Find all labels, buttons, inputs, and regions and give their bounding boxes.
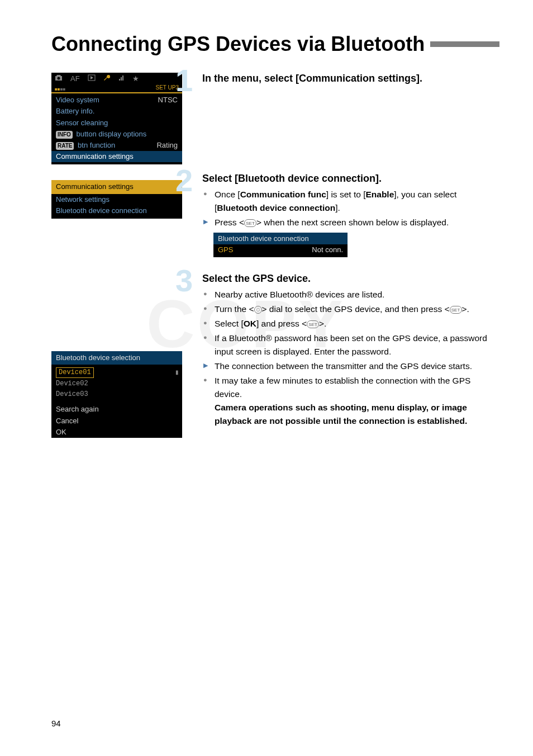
set-icon: SET <box>307 320 319 328</box>
menu-label: Communication settings <box>56 152 134 162</box>
menu-value: NTSC <box>158 95 178 105</box>
camera-screen-setup: AF ★ SET UP3 ■■■■ V <box>51 73 182 164</box>
menu-label: INFO button display options <box>56 129 146 139</box>
scroll-indicator: ▮ <box>175 368 179 376</box>
device-label: Device01 <box>56 367 94 378</box>
menu-row-video-system: Video system NTSC <box>51 94 182 106</box>
page-title: Connecting GPS Devices via Bluetooth <box>51 32 425 56</box>
footer-item-ok: OK <box>51 427 182 438</box>
bullet-item: Select [OK] and press <SET>. <box>202 317 499 330</box>
bullet-item: It may take a few minutes to establish t… <box>202 374 499 428</box>
menu-value: Rating <box>156 140 178 150</box>
menu-label: Sensor cleaning <box>56 118 108 128</box>
menu-row-battery: Battery info. <box>51 106 182 117</box>
menu-row-info-button: INFO button display options <box>51 129 182 140</box>
title-divider <box>430 41 499 47</box>
svg-rect-4 <box>122 75 123 81</box>
star-icon: ★ <box>132 74 139 84</box>
step-heading: In the menu, select [Communication setti… <box>202 73 499 84</box>
svg-point-0 <box>58 77 60 79</box>
step-1: 1 In the menu, select [Communication set… <box>202 73 499 84</box>
bullet-item: Turn the <> dial to select the GPS devic… <box>202 303 499 316</box>
camera-screen-comm: Communication settings Network settings … <box>51 180 182 219</box>
camera-icon <box>55 74 63 84</box>
bullet-item-arrow: The connection between the transmitter a… <box>202 360 499 373</box>
dial-icon <box>254 306 262 314</box>
page-number: 94 <box>51 719 61 728</box>
device-row: Device02 <box>51 379 182 389</box>
menu-row-communication-settings: Communication settings <box>51 151 182 162</box>
device-row: Device03 <box>51 389 182 400</box>
step-heading: Select [Bluetooth device connection]. <box>202 173 499 185</box>
camera-tabs: AF ★ SET UP3 <box>51 73 182 85</box>
list-item-network-settings: Network settings <box>51 194 182 205</box>
menu-label: Video system <box>56 95 99 105</box>
footer-item-cancel: Cancel <box>51 415 182 427</box>
screen-header: Bluetooth device connection <box>213 233 348 244</box>
info-badge: INFO <box>56 131 73 139</box>
rate-badge: RATE <box>56 142 74 150</box>
camera-screen-bt-select: Bluetooth device selection Device01 ▮ De… <box>51 351 182 438</box>
menu-row-sensor-cleaning: Sensor cleaning <box>51 117 182 129</box>
footer-item-search-again: Search again <box>51 404 182 415</box>
custom-icon <box>118 74 125 84</box>
status-value: Not conn. <box>312 245 343 254</box>
status-label: GPS <box>218 245 233 254</box>
menu-label: Battery info. <box>56 106 94 116</box>
set-icon: SET <box>450 306 462 314</box>
step-heading: Select the GPS device. <box>202 273 499 285</box>
device-row-selected: Device01 ▮ <box>51 367 182 379</box>
af-tab-label: AF <box>70 74 80 84</box>
list-item-bt-connection: Bluetooth device connection <box>51 205 182 216</box>
menu-row-rate-button: RATE btn function Rating <box>51 140 182 151</box>
camera-screen-bt-conn: Bluetooth device connection GPS Not conn… <box>213 233 348 257</box>
svg-rect-2 <box>119 79 120 81</box>
status-row: GPS Not conn. <box>213 244 348 257</box>
step-number: 3 <box>175 265 193 296</box>
svg-rect-3 <box>121 77 122 81</box>
step-number: 2 <box>175 165 193 196</box>
wrench-icon <box>103 74 110 84</box>
step-3: 3 Select the GPS device. Nearby active B… <box>202 273 499 428</box>
play-icon <box>88 74 96 84</box>
bullet-item: If a Bluetooth® password has been set on… <box>202 332 499 358</box>
bullet-item: Once [Communication func] is set to [Ena… <box>202 188 499 215</box>
bullet-item: Nearby active Bluetooth® devices are lis… <box>202 288 499 301</box>
step-2: 2 Select [Bluetooth device connection]. … <box>202 173 499 257</box>
bullet-item-arrow: Press <SET> when the next screen shown b… <box>202 216 499 229</box>
step-number: 1 <box>175 65 193 96</box>
screen-header: Bluetooth device selection <box>51 351 182 365</box>
menu-label: RATE btn function <box>56 140 115 150</box>
set-icon: SET <box>244 219 256 227</box>
screen-header: Communication settings <box>51 180 182 193</box>
